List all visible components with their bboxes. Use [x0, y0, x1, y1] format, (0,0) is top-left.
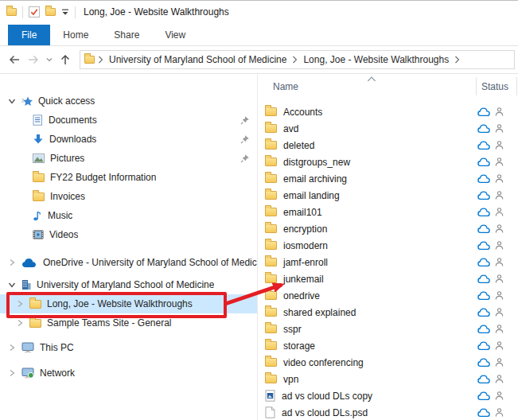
column-divider[interactable]	[476, 77, 477, 95]
folder-icon	[265, 158, 277, 166]
people-status-icon	[495, 391, 504, 401]
file-row-encryption[interactable]: encryption	[258, 220, 518, 237]
sidebar-item-downloads[interactable]: Downloads	[0, 130, 257, 149]
file-row-ad-vs-cloud-dls-copy[interactable]: ad vs cloud DLs copy	[258, 387, 518, 404]
tab-file[interactable]: File	[8, 25, 50, 45]
folder-icon	[265, 174, 277, 183]
column-header-status[interactable]: Status	[481, 81, 508, 92]
file-row-storage[interactable]: storage	[258, 337, 518, 354]
file-row-email101[interactable]: email101	[258, 204, 518, 220]
monitor-icon	[21, 342, 34, 353]
file-row-deleted[interactable]: deleted	[258, 137, 518, 154]
folder-icon	[33, 173, 45, 182]
properties-check-icon[interactable]	[29, 6, 40, 18]
file-row-ad-vs-cloud-dls-psd[interactable]: ad vs cloud DLs.psd	[258, 404, 518, 420]
people-status-icon	[495, 274, 504, 284]
sidebar-item-this-pc[interactable]: This PC	[0, 338, 257, 357]
sidebar-item-label: This PC	[40, 342, 74, 353]
people-status-icon	[495, 407, 504, 418]
folder-icon	[265, 124, 277, 133]
chevron-down-icon[interactable]	[6, 281, 18, 289]
file-row-email-landing[interactable]: email landing	[258, 187, 518, 204]
people-status-icon	[495, 224, 504, 234]
sidebar-item-music[interactable]: Music	[0, 206, 257, 225]
file-name: email archiving	[283, 173, 347, 185]
file-row-junkemail[interactable]: junkemail	[258, 270, 518, 287]
file-row-sspr[interactable]: sspr	[258, 321, 518, 337]
sidebar-item-sample-teams-site[interactable]: Sample Teams Site - General	[0, 313, 257, 332]
status-cell	[477, 354, 504, 371]
back-button[interactable]	[5, 50, 24, 69]
file-name: email101	[283, 207, 322, 218]
sidebar-item-label: Videos	[49, 229, 78, 240]
address-bar[interactable]: University of Maryland School of Medicin…	[80, 50, 515, 69]
sidebar-item-university-of-maryland[interactable]: University of Maryland School of Medicin…	[0, 275, 257, 294]
file-row-accounts[interactable]: Accounts	[258, 103, 518, 120]
file-row-distgroups-new[interactable]: distgroups_new	[258, 154, 518, 170]
file-row-onedrive[interactable]: onedrive	[258, 287, 518, 304]
file-row-avd[interactable]: avd	[258, 120, 518, 137]
sidebar-item-label: Network	[40, 368, 75, 379]
up-button[interactable]	[56, 50, 75, 69]
people-status-icon	[495, 140, 504, 150]
folder-icon	[265, 341, 277, 350]
status-cell	[477, 204, 504, 220]
status-cell	[477, 187, 504, 204]
chevron-down-icon[interactable]	[6, 97, 18, 105]
breadcrumb-segment[interactable]: University of Maryland School of Medicin…	[107, 54, 289, 65]
people-status-icon	[495, 123, 504, 134]
column-header-name[interactable]: Name	[273, 81, 298, 92]
psd-file-icon	[265, 406, 275, 418]
breadcrumb-separator-icon[interactable]	[454, 56, 460, 64]
sidebar-item-label: Music	[48, 210, 72, 221]
folder-icon	[265, 191, 277, 200]
recent-locations-dropdown-icon[interactable]	[43, 50, 56, 69]
cloud-status-icon	[477, 124, 490, 134]
sidebar-item-long-joe-website-walkthroughs[interactable]: Long, Joe - Website Walkthroughs	[0, 294, 257, 313]
forward-button[interactable]	[24, 50, 43, 69]
sidebar-item-label: University of Maryland School of Medicin…	[37, 279, 214, 290]
file-row-iosmodern[interactable]: iosmodern	[258, 237, 518, 254]
chevron-right-icon[interactable]	[6, 259, 18, 266]
file-row-email-archiving[interactable]: email archiving	[258, 170, 518, 187]
file-name: distgroups_new	[283, 157, 350, 168]
sidebar-item-onedrive[interactable]: OneDrive - University of Maryland School…	[0, 253, 257, 272]
chevron-right-icon[interactable]	[14, 300, 25, 308]
chevron-right-icon[interactable]	[6, 369, 18, 377]
new-folder-icon[interactable]	[45, 8, 56, 16]
sidebar-item-videos[interactable]: Videos	[0, 225, 257, 244]
chevron-right-icon[interactable]	[6, 344, 18, 352]
folder-icon	[265, 208, 277, 216]
file-name: jamf-enroll	[283, 257, 328, 268]
sidebar-item-fy22-budget-information[interactable]: FY22 Budget Information	[0, 168, 257, 187]
customize-toolbar-dropdown-icon[interactable]	[61, 9, 69, 16]
column-divider[interactable]	[516, 77, 517, 95]
file-row-vpn[interactable]: vpn	[258, 371, 518, 387]
file-row-shared-explained[interactable]: shared explained	[258, 304, 518, 321]
sidebar-item-pictures[interactable]: Pictures	[0, 149, 257, 168]
people-status-icon	[495, 190, 504, 200]
folder-icon	[265, 107, 277, 116]
sort-ascending-icon[interactable]	[367, 76, 376, 82]
people-status-icon	[495, 240, 504, 251]
tab-home[interactable]: Home	[50, 25, 101, 45]
breadcrumb-segment[interactable]: Long, Joe - Website Walkthroughs	[301, 54, 451, 65]
cloud-status-icon	[477, 325, 490, 334]
folder-icon	[265, 358, 277, 367]
breadcrumb-separator-icon[interactable]	[292, 56, 298, 64]
status-cell	[477, 404, 504, 420]
tab-view[interactable]: View	[152, 25, 198, 45]
pin-icon	[240, 115, 250, 125]
sidebar-item-network[interactable]: Network	[0, 364, 257, 383]
sidebar-item-documents[interactable]: Documents	[0, 111, 257, 130]
file-row-video-conferencing[interactable]: video conferencing	[258, 354, 518, 371]
sidebar-item-invoices[interactable]: Invoices	[0, 187, 257, 206]
file-name: iosmodern	[283, 240, 328, 251]
sidebar-item-quick-access[interactable]: Quick access	[0, 91, 257, 111]
pin-icon	[240, 134, 250, 144]
file-row-jamf-enroll[interactable]: jamf-enroll	[258, 254, 518, 270]
cloud-status-icon	[477, 391, 490, 401]
tab-share[interactable]: Share	[101, 25, 152, 45]
chevron-right-icon[interactable]	[14, 319, 25, 327]
cloud-status-icon	[477, 191, 490, 200]
